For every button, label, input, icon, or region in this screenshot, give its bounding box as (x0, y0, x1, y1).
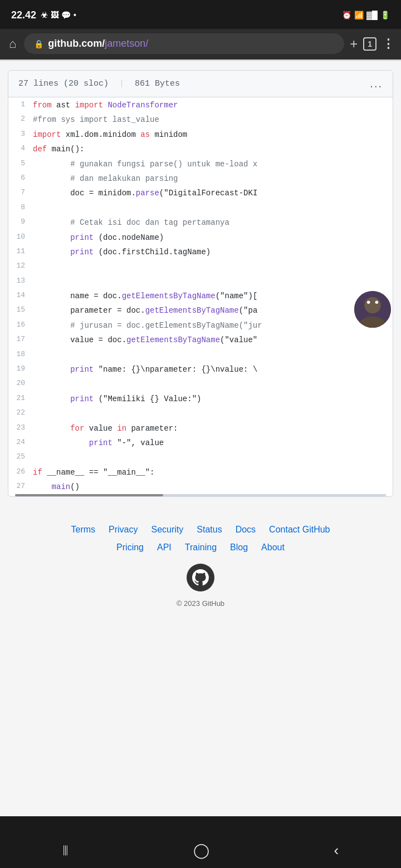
signal-icon: ▓█ (366, 11, 378, 19)
dot-icon: • (74, 11, 76, 19)
lock-icon: 🔒 (34, 40, 43, 48)
footer-link-api[interactable]: API (150, 540, 178, 555)
code-line-24: 24 print "-", value (8, 435, 393, 450)
line-num-16: 16 (8, 318, 33, 331)
footer-links: Terms Privacy Security Status Docs Conta… (11, 522, 390, 555)
footer-link-contact[interactable]: Contact GitHub (262, 522, 336, 537)
footer-link-privacy[interactable]: Privacy (102, 522, 144, 537)
line-num-8: 8 (8, 201, 33, 214)
footer-link-pricing[interactable]: Pricing (110, 540, 150, 555)
scrollbar-thumb[interactable] (15, 494, 163, 496)
line-num-1: 1 (8, 98, 33, 111)
line-num-7: 7 (8, 186, 33, 199)
add-tab-button[interactable]: + (350, 36, 358, 52)
line-num-15: 15 (8, 303, 33, 316)
code-content-25 (33, 450, 393, 463)
code-line-11: 11 print (doc.firstChild.tagName) (8, 244, 393, 259)
code-content-3: import xml.dom.minidom as minidom (33, 127, 393, 141)
footer-row-2: Pricing API Training Blog About (11, 540, 390, 555)
line-num-13: 13 (8, 274, 33, 287)
code-line-14: 14 name = doc.getElementsByTagName("name… (8, 288, 393, 303)
footer-link-terms[interactable]: Terms (64, 522, 102, 537)
code-line-16: 16 # jurusan = doc.getElementsByTagName(… (8, 318, 393, 332)
code-line-10: 10 print (doc.nodeName) (8, 230, 393, 244)
home-nav-button[interactable]: ◯ (177, 836, 226, 865)
file-meta: 27 lines (20 sloc) | 861 Bytes (18, 79, 180, 88)
code-line-27: 27 main() (8, 479, 393, 494)
code-content-19: print "name: {}\nparameter: {}\nvalue: \ (33, 362, 393, 376)
address-text: github.com/jametson/ (48, 38, 148, 50)
file-more-button[interactable]: ... (370, 77, 383, 90)
avatar (353, 289, 393, 329)
code-line-20: 20 (8, 376, 393, 391)
code-content-23: for value in parameter: (33, 421, 393, 435)
code-line-13: 13 (8, 274, 393, 288)
code-content-8 (33, 201, 393, 214)
code-content-1: from ast import NodeTransformer (33, 98, 393, 111)
address-bar[interactable]: 🔒 github.com/jametson/ (24, 33, 344, 54)
footer-link-docs[interactable]: Docs (229, 522, 262, 537)
footer-link-security[interactable]: Security (145, 522, 190, 537)
tab-count[interactable]: 1 (363, 37, 376, 51)
browser-chrome: ⌂ 🔒 github.com/jametson/ + 1 ⋮ (0, 29, 401, 60)
code-line-18: 18 (8, 347, 393, 362)
footer-link-training[interactable]: Training (178, 540, 223, 555)
line-num-27: 27 (8, 480, 33, 492)
code-line-3: 3 import xml.dom.minidom as minidom (8, 127, 393, 141)
line-num-2: 2 (8, 112, 33, 125)
messenger-icon: 💬 (61, 11, 71, 19)
footer-section: Terms Privacy Security Status Docs Conta… (0, 506, 401, 619)
line-num-17: 17 (8, 333, 33, 346)
footer-link-status[interactable]: Status (190, 522, 228, 537)
line-num-23: 23 (8, 421, 33, 434)
code-content-21: print ("Memiliki {} Value:") (33, 392, 393, 405)
meta-separator: | (119, 79, 124, 88)
line-num-26: 26 (8, 465, 33, 478)
line-num-21: 21 (8, 392, 33, 405)
alarm-icon: ⏰ (342, 11, 351, 19)
code-content-26: if __name__ == "__main__": (33, 465, 393, 479)
code-content-7: doc = minidom.parse("DigitalForecast-DKI (33, 186, 393, 199)
line-num-12: 12 (8, 259, 33, 272)
footer-link-about[interactable]: About (255, 540, 291, 555)
line-num-14: 14 (8, 289, 33, 302)
footer-copyright: © 2023 GitHub (11, 599, 390, 608)
home-button[interactable]: ⌂ (7, 34, 18, 53)
code-line-5: 5 # gunakan fungsi parse() untuk me-load… (8, 156, 393, 171)
line-num-18: 18 (8, 348, 33, 361)
code-content-6: # dan melakukan parsing (33, 171, 393, 185)
file-lines: 27 lines (20 sloc) (18, 79, 109, 88)
line-num-25: 25 (8, 450, 33, 463)
code-line-12: 12 (8, 259, 393, 273)
address-path: jametson/ (105, 38, 148, 49)
line-num-20: 20 (8, 377, 33, 389)
code-content-9: # Cetak isi doc dan tag pertamanya (33, 215, 393, 229)
code-content-24: print "-", value (33, 436, 393, 449)
file-size: 861 Bytes (135, 79, 180, 88)
footer-link-blog[interactable]: Blog (223, 540, 255, 555)
code-content-11: print (doc.firstChild.tagName) (33, 245, 393, 258)
line-num-5: 5 (8, 157, 33, 170)
code-block[interactable]: 1 from ast import NodeTransformer 2 #fro… (8, 97, 393, 494)
code-line-17: 17 value = doc.getElementsByTagName("val… (8, 332, 393, 347)
line-num-6: 6 (8, 171, 33, 184)
code-line-2: 2 #from sys import last_value (8, 112, 393, 126)
code-content-2: #from sys import last_value (33, 112, 393, 126)
svg-point-3 (367, 300, 370, 304)
wifi-icon: 📶 (354, 11, 364, 19)
footer-row-1: Terms Privacy Security Status Docs Conta… (11, 522, 390, 537)
code-line-26: 26 if __name__ == "__main__": (8, 465, 393, 479)
code-content-18 (33, 348, 393, 361)
address-domain: github.com/ (48, 38, 105, 49)
recent-apps-button[interactable]: ⦀ (46, 836, 85, 865)
line-num-10: 10 (8, 230, 33, 243)
back-nav-button[interactable]: ‹ (317, 836, 355, 865)
code-content-5: # gunakan fungsi parse() untuk me-load x (33, 157, 393, 170)
code-line-22: 22 (8, 406, 393, 420)
code-content-27: main() (33, 480, 393, 493)
code-content-22 (33, 406, 393, 420)
menu-button[interactable]: ⋮ (382, 37, 394, 51)
horizontal-scrollbar[interactable] (15, 494, 386, 496)
code-line-21: 21 print ("Memiliki {} Value:") (8, 391, 393, 406)
code-line-8: 8 (8, 200, 393, 215)
